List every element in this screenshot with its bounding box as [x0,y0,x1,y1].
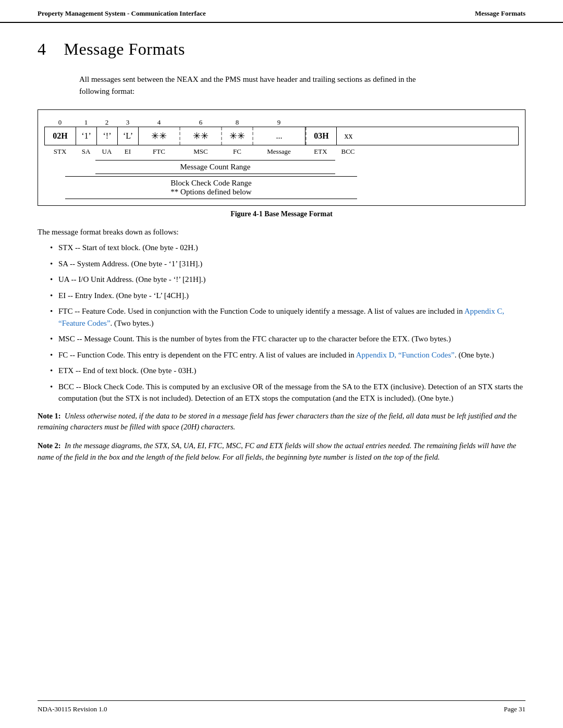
bullet-fc: FC -- Function Code. This entry is depen… [50,349,525,361]
note1-text: Unless otherwise noted, if the data to b… [38,412,517,431]
intro-paragraph: All messages sent between the NEAX and t… [79,73,444,97]
bullet-bcc: BCC -- Block Check Code. This is compute… [50,381,525,404]
msg-range-container: Message Count Range [95,160,335,174]
note1-label: Note 1: [38,412,61,420]
block-check-line2: ** Options defined below [65,188,357,196]
cell-sa: ‘1’ [76,127,97,145]
cell-ei: ‘L’ [118,127,139,145]
bullet-list: STX -- Start of text block. (One byte - … [50,242,525,404]
bullet-sa: SA -- System Address. (One byte - ‘1’ [3… [50,258,525,270]
col-num-etx [305,118,336,127]
bullet-ei: EI -- Entry Index. (One byte - ‘L’ [4CH]… [50,290,525,302]
cell-msc: ✳✳ [180,127,222,145]
lbl-sa: SA [76,147,96,156]
cell-bcc: xx [337,127,360,145]
bullet-msc: MSC -- Message Count. This is the number… [50,333,525,345]
col-numbers-row: 0 1 2 3 4 6 8 9 [44,118,519,127]
cell-ftc: ✳✳ [139,127,180,145]
figure-box: 0 1 2 3 4 6 8 9 02H ‘1’ ‘!’ ‘L’ ✳✳ ✳✳ ✳✳… [38,109,525,206]
col-num-2: 2 [96,118,117,127]
bullet-etx: ETX -- End of text block. (One byte - 03… [50,365,525,377]
note2: Note 2: In the message diagrams, the STX… [38,440,525,463]
cell-etx: 03H [305,127,337,145]
lbl-etx: ETX [305,147,336,156]
body-intro: The message format breaks down as follow… [38,228,525,237]
col-num-3: 3 [117,118,138,127]
bullet-ua: UA -- I/O Unit Address. (One byte - ‘!’ … [50,274,525,286]
block-check-range: Block Check Code Range ** Options define… [65,176,519,199]
col-num-9: 9 [253,118,305,127]
ranges-section: Message Count Range Block Check Code Ran… [44,160,519,199]
block-check-line1: Block Check Code Range [65,179,357,188]
lbl-ftc: FTC [138,147,180,156]
label-row: STX SA UA EI FTC MSC FC Message ETX BCC [44,147,519,156]
lbl-msc: MSC [180,147,222,156]
appendix-c-link[interactable]: Appendix C, “Feature Codes” [58,307,504,327]
col-num-bcc [336,118,360,127]
lbl-ei: EI [117,147,138,156]
message-count-range: Message Count Range [95,160,519,174]
figure-caption: Figure 4-1 Base Message Format [38,210,525,218]
page-content: 4 Message Formats All messages sent betw… [0,23,563,491]
cell-ua: ‘!’ [97,127,118,145]
appendix-d-link[interactable]: Appendix D, “Function Codes” [356,351,455,359]
block-check-range-label: Block Check Code Range ** Options define… [65,177,357,199]
col-num-8: 8 [222,118,253,127]
note2-label: Note 2: [38,441,61,450]
msg-count-range-label: Message Count Range [95,161,335,174]
bcc-range-container: Block Check Code Range ** Options define… [65,176,357,199]
footer-left: NDA-30115 Revision 1.0 [38,705,107,713]
bullet-stx: STX -- Start of text block. (One byte - … [50,242,525,254]
cell-stx: 02H [45,127,76,145]
page-footer: NDA-30115 Revision 1.0 Page 31 [38,700,525,713]
bullet-ftc: FTC -- Feature Code. Used in conjunction… [50,305,525,329]
message-format-row: 02H ‘1’ ‘!’ ‘L’ ✳✳ ✳✳ ✳✳ ... 03H xx [44,127,519,145]
lbl-bcc: BCC [336,147,360,156]
col-num-0: 0 [44,118,76,127]
chapter-title: 4 Message Formats [38,40,525,59]
col-num-6: 6 [180,118,222,127]
lbl-message: Message [253,147,305,156]
page-header: Property Management System - Communicati… [0,0,563,23]
col-num-1: 1 [76,118,96,127]
note1: Note 1: Unless otherwise noted, if the d… [38,411,525,434]
col-num-4: 4 [138,118,180,127]
header-right: Message Formats [475,9,525,18]
lbl-ua: UA [96,147,117,156]
header-left: Property Management System - Communicati… [38,9,206,18]
cell-fc: ✳✳ [222,127,253,145]
note2-text: In the message diagrams, the STX, SA, UA… [38,441,516,461]
footer-right: Page 31 [504,705,525,713]
lbl-fc: FC [222,147,253,156]
lbl-stx: STX [44,147,76,156]
cell-message: ... [253,127,305,145]
